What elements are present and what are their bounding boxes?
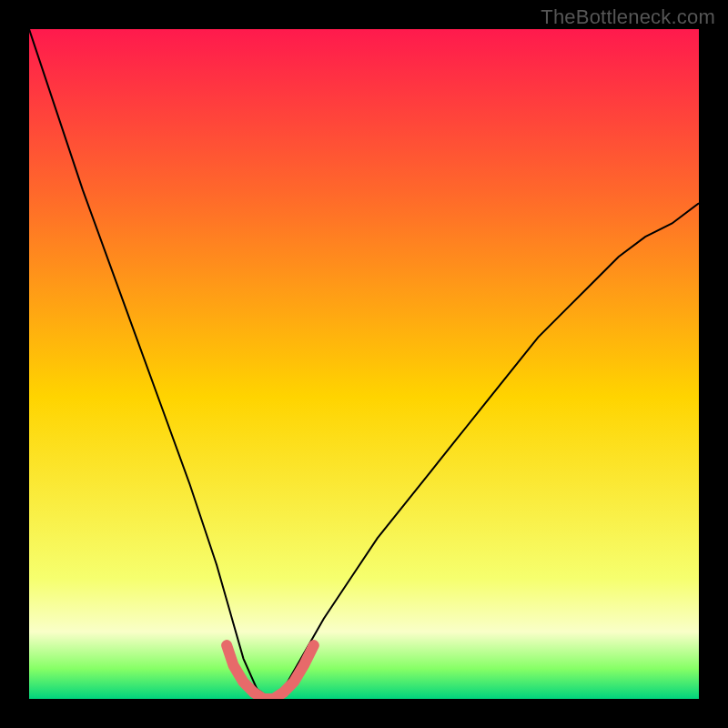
plot-area xyxy=(29,29,699,699)
chart-frame: TheBottleneck.com xyxy=(0,0,728,728)
plot-svg xyxy=(29,29,699,699)
watermark-label: TheBottleneck.com xyxy=(541,5,715,29)
gradient-background xyxy=(29,29,699,699)
